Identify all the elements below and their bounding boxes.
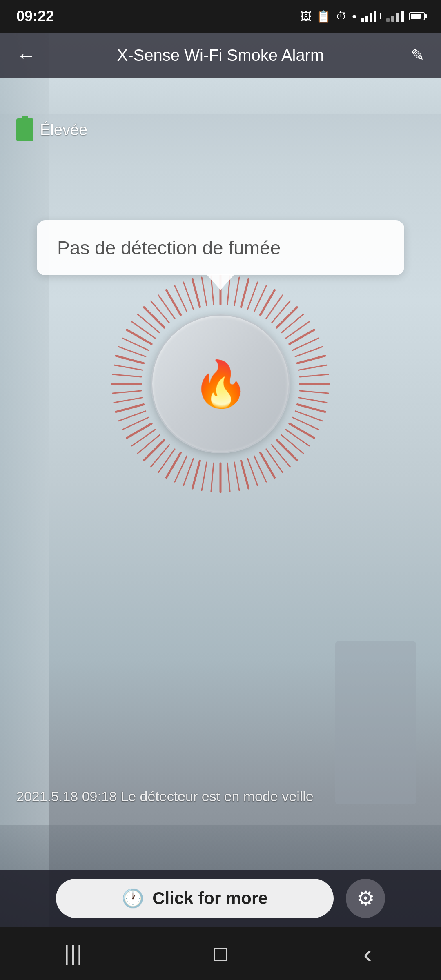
svg-line-53 bbox=[113, 391, 141, 393]
sensor-circle: 🔥 bbox=[151, 314, 290, 453]
bottom-action-bar: 🕐 Click for more ⚙ bbox=[0, 870, 441, 927]
status-bubble: Pas de détection de fumée bbox=[37, 220, 404, 275]
svg-line-64 bbox=[151, 301, 169, 323]
svg-line-32 bbox=[248, 459, 258, 486]
status-log-text: 2021.5.18 09:18 Le détecteur est en mode… bbox=[16, 788, 314, 804]
wifi-icon bbox=[361, 11, 376, 22]
recent-apps-icon: ||| bbox=[64, 941, 83, 966]
battery-level-icon bbox=[16, 118, 33, 141]
svg-line-16 bbox=[299, 365, 327, 370]
alarm-icon: ⏱ bbox=[336, 10, 347, 23]
edit-button[interactable]: ✎ bbox=[396, 46, 425, 65]
svg-line-15 bbox=[297, 356, 325, 363]
battery-section: Élevée bbox=[16, 118, 87, 141]
svg-line-34 bbox=[234, 462, 239, 490]
svg-line-45 bbox=[144, 440, 164, 460]
status-bar: 09:22 🖼 📋 ⏱ • ! bbox=[0, 0, 441, 33]
svg-line-68 bbox=[183, 282, 193, 309]
settings-button[interactable]: ⚙ bbox=[346, 879, 385, 918]
room-furniture-1 bbox=[335, 641, 416, 804]
status-bubble-text: Pas de détection de fumée bbox=[57, 237, 281, 258]
svg-line-28 bbox=[272, 445, 290, 467]
app-header: ← X-Sense Wi-Fi Smoke Alarm ✎ bbox=[0, 33, 441, 78]
flame-icon: 🔥 bbox=[193, 361, 249, 406]
svg-line-3 bbox=[241, 279, 248, 307]
nav-home-button[interactable]: □ bbox=[196, 937, 245, 970]
svg-line-38 bbox=[202, 462, 207, 490]
background-room: Élevée Pas de détection de fumée 🔥 2021.… bbox=[0, 33, 441, 927]
svg-line-20 bbox=[299, 398, 327, 403]
svg-line-58 bbox=[119, 347, 146, 356]
svg-line-26 bbox=[281, 435, 303, 453]
svg-line-35 bbox=[227, 463, 230, 492]
svg-line-46 bbox=[138, 435, 160, 453]
svg-line-33 bbox=[241, 461, 248, 488]
clock-icon: 🕐 bbox=[122, 888, 144, 909]
nav-recent-button[interactable]: ||| bbox=[49, 937, 98, 970]
svg-line-21 bbox=[297, 404, 325, 412]
clipboard-icon: 📋 bbox=[316, 10, 331, 23]
status-icons-group: 🖼 📋 ⏱ • ! bbox=[300, 9, 425, 24]
svg-line-27 bbox=[277, 440, 297, 460]
back-nav-icon: ‹ bbox=[363, 939, 372, 968]
page-title: X-Sense Wi-Fi Smoke Alarm bbox=[45, 46, 396, 65]
nav-bar: ||| □ ‹ bbox=[0, 927, 441, 980]
svg-line-63 bbox=[144, 307, 164, 327]
signal-icon bbox=[386, 11, 404, 22]
svg-line-56 bbox=[114, 365, 142, 370]
status-log: 2021.5.18 09:18 Le détecteur est en mode… bbox=[0, 780, 441, 813]
gallery-icon: 🖼 bbox=[300, 10, 312, 23]
battery-status-icon bbox=[409, 12, 425, 20]
svg-line-51 bbox=[116, 404, 144, 412]
svg-line-62 bbox=[138, 314, 160, 333]
wifi-exclamation: ! bbox=[379, 12, 381, 21]
svg-line-17 bbox=[300, 374, 328, 377]
svg-line-44 bbox=[151, 445, 169, 467]
svg-line-4 bbox=[248, 282, 258, 309]
nav-back-button[interactable]: ‹ bbox=[343, 937, 392, 970]
svg-line-52 bbox=[114, 398, 142, 403]
sensor-container: 🔥 bbox=[106, 270, 335, 498]
svg-line-14 bbox=[295, 347, 322, 356]
svg-line-69 bbox=[192, 279, 200, 307]
svg-line-37 bbox=[211, 463, 214, 492]
svg-line-55 bbox=[113, 374, 141, 377]
svg-line-19 bbox=[300, 391, 328, 393]
battery-label: Élevée bbox=[40, 121, 87, 139]
svg-line-9 bbox=[277, 307, 297, 327]
svg-line-39 bbox=[192, 461, 200, 488]
home-icon: □ bbox=[214, 941, 227, 966]
svg-line-57 bbox=[116, 356, 144, 363]
back-button[interactable]: ← bbox=[16, 44, 45, 67]
svg-line-50 bbox=[119, 411, 146, 421]
status-time: 09:22 bbox=[16, 8, 54, 25]
notification-dot: • bbox=[352, 9, 356, 24]
svg-line-22 bbox=[295, 411, 322, 421]
svg-line-8 bbox=[272, 301, 290, 323]
svg-line-10 bbox=[281, 314, 303, 333]
click-more-button[interactable]: 🕐 Click for more bbox=[56, 879, 334, 918]
click-more-label: Click for more bbox=[152, 889, 267, 908]
settings-gear-icon: ⚙ bbox=[356, 886, 375, 910]
svg-line-40 bbox=[183, 459, 193, 486]
